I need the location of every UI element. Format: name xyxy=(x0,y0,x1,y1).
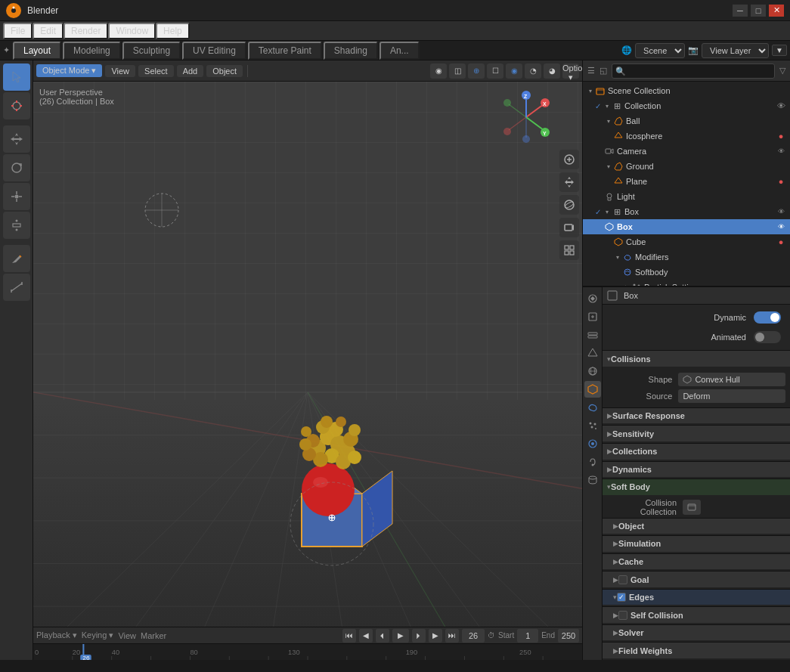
prop-icon-view-layer[interactable] xyxy=(584,327,601,343)
shape-input[interactable]: Convex Hull xyxy=(678,373,785,386)
playback-play[interactable]: ▶ xyxy=(392,629,409,643)
dynamic-toggle[interactable] xyxy=(754,311,781,324)
tab-modeling[interactable]: Modeling xyxy=(63,42,121,60)
tool-measure[interactable] xyxy=(3,274,30,301)
menu-file[interactable]: File xyxy=(3,23,33,39)
prop-icon-data[interactable] xyxy=(584,472,601,488)
maximize-button[interactable]: □ xyxy=(751,5,766,17)
section-sb-simulation[interactable]: ▶ Simulation xyxy=(603,535,790,552)
tab-uv-editing[interactable]: UV Editing xyxy=(182,42,246,60)
tree-item-collection[interactable]: ✓ ▾ ⊞ Collection 👁 xyxy=(583,98,790,113)
nav-camera-button[interactable] xyxy=(559,218,579,237)
tool-transform[interactable] xyxy=(3,212,30,239)
tree-item-particle-settings[interactable]: ▶ ParticleSettings xyxy=(583,280,790,286)
scene-select[interactable]: Scene xyxy=(635,43,685,58)
tab-layout[interactable]: Layout xyxy=(13,42,61,60)
timeline-playback-btn[interactable]: Playback ▾ xyxy=(36,630,77,640)
goal-checkbox[interactable] xyxy=(618,575,627,584)
view-layer-select[interactable]: View Layer xyxy=(702,43,769,58)
close-button[interactable]: ✕ xyxy=(769,5,784,17)
timeline-keying-btn[interactable]: Keying ▾ xyxy=(82,630,114,640)
playback-prev-frame[interactable]: ◀ xyxy=(359,629,373,643)
nav-pan-button[interactable] xyxy=(559,172,579,192)
tree-item-ground[interactable]: ▾ Ground xyxy=(583,159,790,174)
viewport-object-button[interactable]: Object xyxy=(206,65,243,77)
tree-item-ball[interactable]: ▾ Ball xyxy=(583,113,790,129)
section-sb-edges[interactable]: ▾ ✓ Edges xyxy=(603,589,790,605)
section-sb-cache[interactable]: ▶ Cache xyxy=(603,553,790,570)
filter-button[interactable]: ▼ xyxy=(772,45,787,56)
prop-icon-render[interactable] xyxy=(584,290,601,307)
nav-orbit-button[interactable] xyxy=(559,195,579,215)
nav-grid-button[interactable] xyxy=(559,240,579,260)
tree-item-softbody[interactable]: Softbody xyxy=(583,265,790,280)
tab-sculpting[interactable]: Sculpting xyxy=(122,42,181,60)
prop-icon-world[interactable] xyxy=(584,363,601,379)
shading-wireframe[interactable]: ☐ xyxy=(487,63,503,79)
overlay-viewport-shading[interactable]: ◉ xyxy=(430,63,447,79)
source-input[interactable]: Deform xyxy=(678,389,785,403)
timeline-view-btn[interactable]: View xyxy=(118,631,136,640)
timeline-marker-btn[interactable]: Marker xyxy=(141,631,166,640)
playback-jump-end[interactable]: ⏭ xyxy=(445,629,459,643)
section-collisions[interactable]: ▾ Collisions xyxy=(603,350,790,367)
prop-icon-physics[interactable] xyxy=(584,435,601,452)
tab-animation[interactable]: An... xyxy=(380,42,420,60)
playback-next-frame[interactable]: ▶ xyxy=(429,629,442,643)
nav-zoom-button[interactable] xyxy=(559,150,579,169)
shading-solid[interactable]: ◉ xyxy=(506,63,522,79)
playback-jump-start[interactable]: ⏮ xyxy=(342,629,356,643)
minimize-button[interactable]: ─ xyxy=(733,5,748,17)
section-sb-field-weights[interactable]: ▶ Field Weights xyxy=(603,642,790,658)
viewport-options-button[interactable]: Options ▾ xyxy=(562,63,579,79)
section-sb-goal[interactable]: ▶ Goal xyxy=(603,571,790,587)
self-collision-checkbox[interactable] xyxy=(618,611,627,620)
tree-item-plane[interactable]: Plane ● xyxy=(583,174,790,189)
prop-icon-output[interactable] xyxy=(584,308,601,325)
tab-shading[interactable]: Shading xyxy=(324,42,378,60)
shading-material[interactable]: ◔ xyxy=(525,63,541,79)
prop-icon-modifiers[interactable] xyxy=(584,399,601,416)
tool-select[interactable] xyxy=(3,63,30,91)
section-surface-response[interactable]: ▶ Surface Response xyxy=(603,407,790,424)
tree-item-camera[interactable]: Camera 👁 xyxy=(583,144,790,159)
collision-collection-button[interactable] xyxy=(683,500,701,515)
playback-prev-key[interactable]: ⏴ xyxy=(376,629,389,643)
animated-toggle[interactable] xyxy=(754,331,781,343)
overlay-overlays[interactable]: ⊕ xyxy=(468,63,485,79)
tool-annotate[interactable] xyxy=(3,245,30,272)
tree-item-light[interactable]: Light xyxy=(583,189,790,204)
tree-item-modifiers[interactable]: ▾ Modifiers xyxy=(583,249,790,265)
viewport-view-button[interactable]: View xyxy=(105,65,135,77)
menu-edit[interactable]: Edit xyxy=(33,23,64,39)
outliner-search-input[interactable] xyxy=(612,63,775,79)
section-soft-body[interactable]: ▾ Soft Body xyxy=(603,478,790,495)
edges-checkbox[interactable]: ✓ xyxy=(617,593,626,602)
tool-move[interactable] xyxy=(3,125,30,153)
menu-render[interactable]: Render xyxy=(64,23,108,39)
tree-item-scene-collection[interactable]: ▾ Scene Collection xyxy=(583,83,790,98)
viewport-add-button[interactable]: Add xyxy=(177,65,204,77)
section-collections[interactable]: ▶ Collections xyxy=(603,443,790,460)
prop-icon-object[interactable] xyxy=(584,381,601,398)
mode-select-button[interactable]: Object Mode ▾ xyxy=(36,64,102,77)
menu-window[interactable]: Window xyxy=(108,23,156,39)
tree-item-box-collection[interactable]: ✓ ▾ ⊞ Box 👁 xyxy=(583,204,790,219)
tool-scale[interactable] xyxy=(3,183,30,210)
tree-item-box-selected[interactable]: Box 👁 xyxy=(583,219,790,234)
section-sb-self-collision[interactable]: ▶ Self Collision xyxy=(603,606,790,623)
menu-help[interactable]: Help xyxy=(156,23,190,39)
tree-item-icosphere[interactable]: Icosphere ● xyxy=(583,129,790,144)
timeline-ruler[interactable]: 0 20 40 80 130 190 250 26 xyxy=(33,644,582,660)
tool-rotate[interactable] xyxy=(3,154,30,181)
tool-cursor[interactable] xyxy=(3,92,30,119)
prop-icon-scene[interactable] xyxy=(584,345,601,361)
overlay-xray[interactable]: ◫ xyxy=(449,63,466,79)
playback-next-key[interactable]: ⏵ xyxy=(412,629,426,643)
viewport-select-button[interactable]: Select xyxy=(138,65,174,77)
section-sb-object[interactable]: ▶ Object xyxy=(603,518,790,534)
viewport-content[interactable]: User Perspective (26) Collection | Box X… xyxy=(33,82,582,660)
section-sensitivity[interactable]: ▶ Sensitivity xyxy=(603,425,790,441)
section-dynamics[interactable]: ▶ Dynamics xyxy=(603,461,790,478)
tab-texture-paint[interactable]: Texture Paint xyxy=(248,42,322,60)
